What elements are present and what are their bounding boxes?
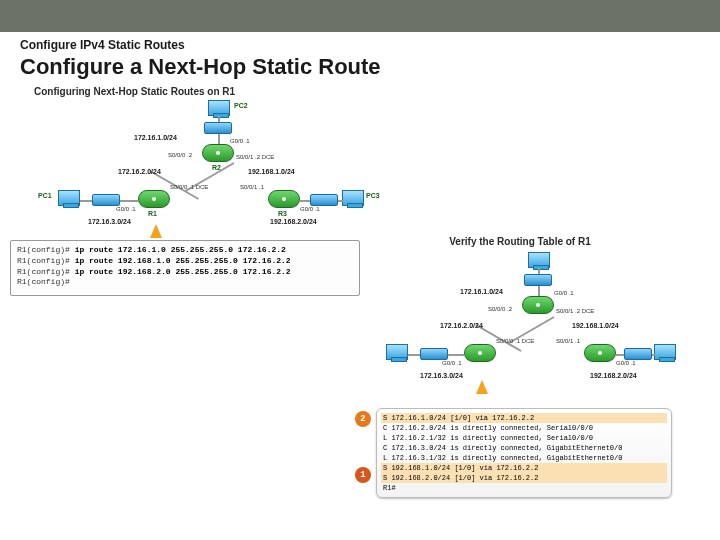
content-area: Configuring Next-Hop Static Routes on R1…: [0, 84, 720, 90]
r1b-icon: [464, 344, 496, 362]
pc1-icon: [58, 190, 80, 206]
link: [448, 354, 464, 356]
iface-r3-g0: G0/0 .1: [300, 206, 320, 212]
net-r2r3: 192.168.1.0/24: [248, 168, 295, 175]
rt-row: S 192.168.1.0/24 [1/0] via 172.16.2.2: [381, 463, 667, 473]
cli-prompt: R1(config)#: [17, 256, 70, 265]
cli-line: R1(config)# ip route 192.168.2.0 255.255…: [17, 267, 353, 278]
routing-table-panel: 2 S 172.16.1.0/24 [1/0] via 172.16.2.2 C…: [376, 408, 672, 498]
rt-row: L 172.16.3.1/32 is directly connected, G…: [381, 453, 667, 463]
link: [408, 354, 420, 356]
link: [300, 200, 310, 202]
rt-row: R1#: [381, 483, 667, 493]
pc3-label: PC3: [366, 192, 380, 199]
pc1b-icon: [386, 344, 408, 360]
figure-verify-routes: Verify the Routing Table of R1 172.16.1.…: [370, 234, 670, 404]
marker-1-label: 1: [360, 470, 365, 480]
cli-line: R1(config)# ip route 192.168.1.0 255.255…: [17, 256, 353, 267]
r2b-icon: [522, 296, 554, 314]
iface-r2b-g0: G0/0 .1: [554, 290, 574, 296]
switch-topb-icon: [524, 274, 552, 286]
net-r1r2b: 172.16.2.0/24: [440, 322, 483, 329]
switch-leftb-icon: [420, 348, 448, 360]
switch-top-icon: [204, 122, 232, 134]
figure2-title: Verify the Routing Table of R1: [370, 234, 670, 249]
link: [338, 200, 344, 202]
iface-r1-g0: G0/0 .1: [116, 206, 136, 212]
arrow-icon: [476, 380, 488, 394]
marker-1-icon: 1: [355, 467, 371, 483]
cli-prompt: R1(config)#: [17, 245, 70, 254]
link: [80, 200, 92, 202]
marker-2-icon: 2: [355, 411, 371, 427]
net-pc2: 172.16.1.0/24: [134, 134, 177, 141]
iface-r3-s001: S0/0/1 .1: [240, 184, 264, 190]
pc2-label: PC2: [234, 102, 248, 109]
cli-cmd: ip route 192.168.1.0 255.255.255.0 172.1…: [75, 256, 291, 265]
iface-r2b-s001: S0/0/1 .2 DCE: [556, 308, 594, 314]
cli-output: R1(config)# ip route 172.16.1.0 255.255.…: [10, 240, 360, 296]
link: [218, 116, 220, 122]
page-title: Configure a Next-Hop Static Route: [20, 54, 700, 80]
marker-2-label: 2: [360, 414, 365, 424]
headings: Configure IPv4 Static Routes Configure a…: [0, 32, 720, 84]
rt-row: C 172.16.2.0/24 is directly connected, S…: [381, 423, 667, 433]
r1-icon: [138, 190, 170, 208]
iface-r3b-g0: G0/0 .1: [616, 360, 636, 366]
link: [120, 200, 138, 202]
net-pc3: 192.168.2.0/24: [270, 218, 317, 225]
link: [652, 354, 656, 356]
switch-right-icon: [310, 194, 338, 206]
iface-r2b-s000: S0/0/0 .2: [488, 306, 512, 312]
r3-label: R3: [278, 210, 287, 217]
iface-r2-g0: G0/0 .1: [230, 138, 250, 144]
r1-label: R1: [148, 210, 157, 217]
switch-left-icon: [92, 194, 120, 206]
iface-r2-s000: S0/0/0 .2: [168, 152, 192, 158]
net-pc1: 172.16.3.0/24: [88, 218, 131, 225]
figure1-title: Configuring Next-Hop Static Routes on R1: [30, 84, 360, 99]
net-r1r2: 172.16.2.0/24: [118, 168, 161, 175]
cli-line: R1(config)# ip route 172.16.1.0 255.255.…: [17, 245, 353, 256]
cli-prompt: R1(config)#: [17, 267, 70, 276]
net-pc2b: 172.16.1.0/24: [460, 288, 503, 295]
link: [616, 354, 624, 356]
rt-row: L 172.16.2.1/32 is directly connected, S…: [381, 433, 667, 443]
cli-line: R1(config)#: [17, 277, 353, 288]
cli-cmd: ip route 172.16.1.0 255.255.255.0 172.16…: [75, 245, 286, 254]
arrow-icon: [150, 224, 162, 238]
iface-r2-s001: S0/0/1 .2 DCE: [236, 154, 274, 160]
pc3b-icon: [654, 344, 676, 360]
link: [538, 268, 540, 274]
link: [538, 286, 540, 296]
iface-r1b-g0: G0/0 .1: [442, 360, 462, 366]
rt-row: S 172.16.1.0/24 [1/0] via 172.16.2.2: [381, 413, 667, 423]
title-bar: [0, 0, 720, 32]
net-r2r3b: 192.168.1.0/24: [572, 322, 619, 329]
pc2b-icon: [528, 252, 550, 268]
pc2-icon: [208, 100, 230, 116]
iface-r3b-s001: S0/0/1 .1: [556, 338, 580, 344]
r2-icon: [202, 144, 234, 162]
link: [218, 134, 220, 144]
rt-row: C 172.16.3.0/24 is directly connected, G…: [381, 443, 667, 453]
kicker: Configure IPv4 Static Routes: [20, 38, 700, 52]
r3-icon: [268, 190, 300, 208]
iface-r1-s000: S0/0/0 .1 DCE: [170, 184, 208, 190]
cli-cmd: ip route 192.168.2.0 255.255.255.0 172.1…: [75, 267, 291, 276]
iface-r1b-s000: S0/0/0 .1 DCE: [496, 338, 534, 344]
figure-config-routes: Configuring Next-Hop Static Routes on R1…: [30, 84, 360, 244]
net-pc3b: 192.168.2.0/24: [590, 372, 637, 379]
switch-rightb-icon: [624, 348, 652, 360]
cli-prompt: R1(config)#: [17, 277, 70, 286]
net-pc1b: 172.16.3.0/24: [420, 372, 463, 379]
pc1-label: PC1: [38, 192, 52, 199]
r3b-icon: [584, 344, 616, 362]
rt-row: S 192.168.2.0/24 [1/0] via 172.16.2.2: [381, 473, 667, 483]
pc3-icon: [342, 190, 364, 206]
